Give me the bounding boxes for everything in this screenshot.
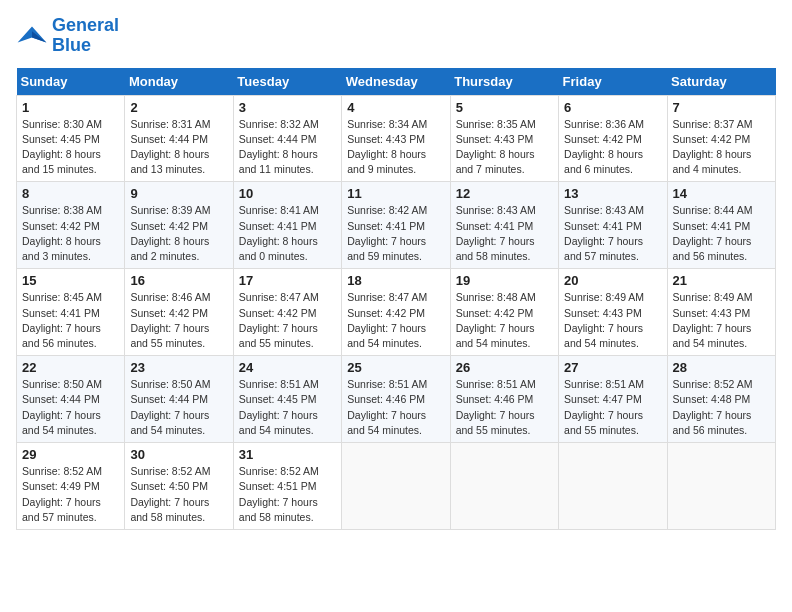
calendar-cell: 14 Sunrise: 8:44 AMSunset: 4:41 PMDaylig…	[667, 182, 775, 269]
day-number: 30	[130, 447, 227, 462]
weekday-header-sunday: Sunday	[17, 68, 125, 96]
calendar-cell: 1 Sunrise: 8:30 AMSunset: 4:45 PMDayligh…	[17, 95, 125, 182]
day-info: Sunrise: 8:50 AMSunset: 4:44 PMDaylight:…	[130, 377, 227, 438]
day-number: 7	[673, 100, 770, 115]
day-number: 29	[22, 447, 119, 462]
day-number: 13	[564, 186, 661, 201]
calendar-cell: 7 Sunrise: 8:37 AMSunset: 4:42 PMDayligh…	[667, 95, 775, 182]
day-info: Sunrise: 8:49 AMSunset: 4:43 PMDaylight:…	[673, 290, 770, 351]
day-info: Sunrise: 8:37 AMSunset: 4:42 PMDaylight:…	[673, 117, 770, 178]
day-number: 19	[456, 273, 553, 288]
day-number: 28	[673, 360, 770, 375]
calendar-cell: 16 Sunrise: 8:46 AMSunset: 4:42 PMDaylig…	[125, 269, 233, 356]
weekday-header-monday: Monday	[125, 68, 233, 96]
day-number: 27	[564, 360, 661, 375]
day-number: 3	[239, 100, 336, 115]
page-header: General Blue	[16, 16, 776, 56]
calendar-cell: 28 Sunrise: 8:52 AMSunset: 4:48 PMDaylig…	[667, 356, 775, 443]
day-number: 20	[564, 273, 661, 288]
day-number: 31	[239, 447, 336, 462]
day-number: 22	[22, 360, 119, 375]
day-info: Sunrise: 8:46 AMSunset: 4:42 PMDaylight:…	[130, 290, 227, 351]
day-number: 4	[347, 100, 444, 115]
day-number: 17	[239, 273, 336, 288]
logo-icon	[16, 20, 48, 52]
day-info: Sunrise: 8:51 AMSunset: 4:46 PMDaylight:…	[347, 377, 444, 438]
day-number: 8	[22, 186, 119, 201]
day-number: 15	[22, 273, 119, 288]
day-info: Sunrise: 8:30 AMSunset: 4:45 PMDaylight:…	[22, 117, 119, 178]
calendar-cell: 25 Sunrise: 8:51 AMSunset: 4:46 PMDaylig…	[342, 356, 450, 443]
weekday-header-saturday: Saturday	[667, 68, 775, 96]
day-info: Sunrise: 8:32 AMSunset: 4:44 PMDaylight:…	[239, 117, 336, 178]
calendar-cell: 8 Sunrise: 8:38 AMSunset: 4:42 PMDayligh…	[17, 182, 125, 269]
day-number: 21	[673, 273, 770, 288]
calendar-cell: 18 Sunrise: 8:47 AMSunset: 4:42 PMDaylig…	[342, 269, 450, 356]
calendar-row-5: 29 Sunrise: 8:52 AMSunset: 4:49 PMDaylig…	[17, 443, 776, 530]
day-number: 1	[22, 100, 119, 115]
calendar-cell: 17 Sunrise: 8:47 AMSunset: 4:42 PMDaylig…	[233, 269, 341, 356]
calendar-row-2: 8 Sunrise: 8:38 AMSunset: 4:42 PMDayligh…	[17, 182, 776, 269]
day-info: Sunrise: 8:51 AMSunset: 4:46 PMDaylight:…	[456, 377, 553, 438]
calendar-cell: 5 Sunrise: 8:35 AMSunset: 4:43 PMDayligh…	[450, 95, 558, 182]
day-info: Sunrise: 8:48 AMSunset: 4:42 PMDaylight:…	[456, 290, 553, 351]
day-info: Sunrise: 8:52 AMSunset: 4:48 PMDaylight:…	[673, 377, 770, 438]
day-info: Sunrise: 8:52 AMSunset: 4:49 PMDaylight:…	[22, 464, 119, 525]
day-number: 16	[130, 273, 227, 288]
day-info: Sunrise: 8:35 AMSunset: 4:43 PMDaylight:…	[456, 117, 553, 178]
weekday-header-friday: Friday	[559, 68, 667, 96]
day-number: 9	[130, 186, 227, 201]
calendar-cell: 2 Sunrise: 8:31 AMSunset: 4:44 PMDayligh…	[125, 95, 233, 182]
day-info: Sunrise: 8:51 AMSunset: 4:45 PMDaylight:…	[239, 377, 336, 438]
calendar-cell: 27 Sunrise: 8:51 AMSunset: 4:47 PMDaylig…	[559, 356, 667, 443]
day-number: 18	[347, 273, 444, 288]
day-info: Sunrise: 8:42 AMSunset: 4:41 PMDaylight:…	[347, 203, 444, 264]
calendar-cell: 19 Sunrise: 8:48 AMSunset: 4:42 PMDaylig…	[450, 269, 558, 356]
calendar-cell	[667, 443, 775, 530]
calendar-cell: 11 Sunrise: 8:42 AMSunset: 4:41 PMDaylig…	[342, 182, 450, 269]
day-number: 2	[130, 100, 227, 115]
day-number: 14	[673, 186, 770, 201]
weekday-header-tuesday: Tuesday	[233, 68, 341, 96]
calendar-cell: 4 Sunrise: 8:34 AMSunset: 4:43 PMDayligh…	[342, 95, 450, 182]
day-info: Sunrise: 8:44 AMSunset: 4:41 PMDaylight:…	[673, 203, 770, 264]
day-info: Sunrise: 8:47 AMSunset: 4:42 PMDaylight:…	[239, 290, 336, 351]
calendar-cell: 29 Sunrise: 8:52 AMSunset: 4:49 PMDaylig…	[17, 443, 125, 530]
day-info: Sunrise: 8:50 AMSunset: 4:44 PMDaylight:…	[22, 377, 119, 438]
day-info: Sunrise: 8:51 AMSunset: 4:47 PMDaylight:…	[564, 377, 661, 438]
logo-text: General Blue	[52, 16, 119, 56]
calendar-cell: 6 Sunrise: 8:36 AMSunset: 4:42 PMDayligh…	[559, 95, 667, 182]
calendar-cell	[559, 443, 667, 530]
calendar-cell: 3 Sunrise: 8:32 AMSunset: 4:44 PMDayligh…	[233, 95, 341, 182]
day-info: Sunrise: 8:38 AMSunset: 4:42 PMDaylight:…	[22, 203, 119, 264]
day-info: Sunrise: 8:52 AMSunset: 4:50 PMDaylight:…	[130, 464, 227, 525]
weekday-header-wednesday: Wednesday	[342, 68, 450, 96]
calendar-row-1: 1 Sunrise: 8:30 AMSunset: 4:45 PMDayligh…	[17, 95, 776, 182]
day-number: 12	[456, 186, 553, 201]
day-info: Sunrise: 8:36 AMSunset: 4:42 PMDaylight:…	[564, 117, 661, 178]
day-info: Sunrise: 8:47 AMSunset: 4:42 PMDaylight:…	[347, 290, 444, 351]
calendar-cell: 26 Sunrise: 8:51 AMSunset: 4:46 PMDaylig…	[450, 356, 558, 443]
calendar-cell: 15 Sunrise: 8:45 AMSunset: 4:41 PMDaylig…	[17, 269, 125, 356]
calendar-cell	[342, 443, 450, 530]
calendar-cell: 30 Sunrise: 8:52 AMSunset: 4:50 PMDaylig…	[125, 443, 233, 530]
day-number: 25	[347, 360, 444, 375]
calendar-cell: 24 Sunrise: 8:51 AMSunset: 4:45 PMDaylig…	[233, 356, 341, 443]
day-info: Sunrise: 8:49 AMSunset: 4:43 PMDaylight:…	[564, 290, 661, 351]
day-number: 23	[130, 360, 227, 375]
day-number: 6	[564, 100, 661, 115]
day-number: 5	[456, 100, 553, 115]
calendar-row-4: 22 Sunrise: 8:50 AMSunset: 4:44 PMDaylig…	[17, 356, 776, 443]
calendar-cell: 31 Sunrise: 8:52 AMSunset: 4:51 PMDaylig…	[233, 443, 341, 530]
day-info: Sunrise: 8:45 AMSunset: 4:41 PMDaylight:…	[22, 290, 119, 351]
logo: General Blue	[16, 16, 119, 56]
day-number: 11	[347, 186, 444, 201]
day-number: 10	[239, 186, 336, 201]
calendar-row-3: 15 Sunrise: 8:45 AMSunset: 4:41 PMDaylig…	[17, 269, 776, 356]
calendar-cell: 9 Sunrise: 8:39 AMSunset: 4:42 PMDayligh…	[125, 182, 233, 269]
calendar-cell: 20 Sunrise: 8:49 AMSunset: 4:43 PMDaylig…	[559, 269, 667, 356]
day-info: Sunrise: 8:39 AMSunset: 4:42 PMDaylight:…	[130, 203, 227, 264]
day-info: Sunrise: 8:43 AMSunset: 4:41 PMDaylight:…	[564, 203, 661, 264]
day-info: Sunrise: 8:34 AMSunset: 4:43 PMDaylight:…	[347, 117, 444, 178]
calendar-cell: 21 Sunrise: 8:49 AMSunset: 4:43 PMDaylig…	[667, 269, 775, 356]
